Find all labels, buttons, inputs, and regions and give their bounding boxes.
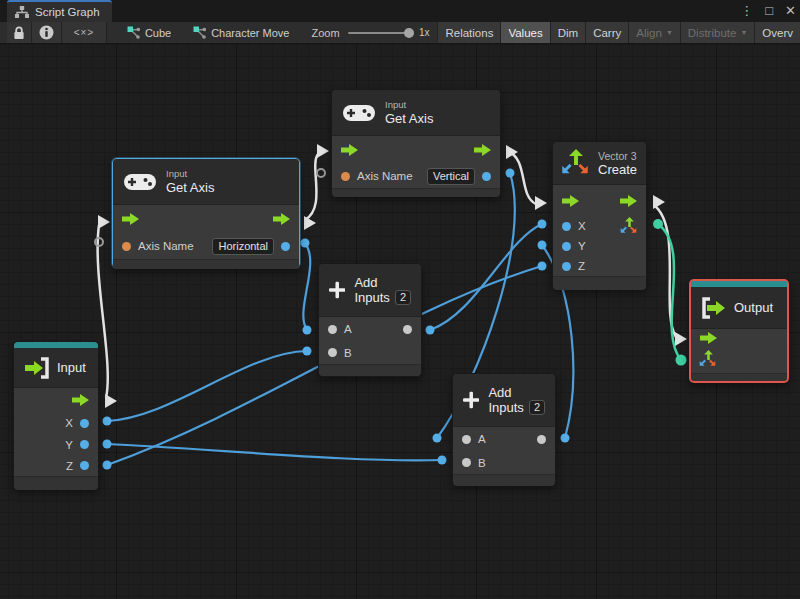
node-get-axis-horizontal[interactable]: Input Get Axis Axis Name Horizontal	[112, 158, 300, 268]
breadcrumb-label: Cube	[145, 27, 171, 39]
graph-unit-icon	[127, 26, 140, 39]
port-label: B	[344, 347, 352, 359]
tab-script-graph[interactable]: Script Graph	[7, 0, 112, 22]
node-category: Input	[166, 168, 214, 180]
tab-bar: Script Graph ⋮ □ ✕	[0, 0, 800, 22]
chevron-down-icon: ▼	[666, 29, 673, 36]
breadcrumb-character-move[interactable]: Character Move	[193, 26, 289, 39]
input-a-port[interactable]	[462, 435, 471, 444]
port-label: Axis Name	[357, 170, 413, 182]
inspect-button[interactable]	[32, 22, 62, 44]
vector3-in-port[interactable]	[700, 351, 716, 367]
graph-icon	[15, 6, 29, 18]
node-title: Create	[598, 162, 637, 177]
window-controls: ⋮ □ ✕	[740, 0, 796, 22]
port-label: Z	[66, 460, 73, 472]
port-label: X	[65, 417, 73, 429]
value-out-port[interactable]	[281, 242, 290, 251]
wire-add1-to-vector3-x[interactable]	[430, 224, 542, 330]
info-icon	[39, 25, 54, 40]
axis-name-field[interactable]: Horizontal	[212, 238, 274, 255]
node-category: Input	[385, 99, 433, 111]
control-in-port[interactable]	[122, 213, 139, 225]
gamepad-icon	[123, 172, 157, 192]
zoom-label: Zoom	[311, 27, 339, 39]
port-label: A	[344, 323, 352, 335]
inputs-label: Inputs	[488, 400, 523, 415]
input-icon	[24, 357, 50, 379]
graph-canvas[interactable]: Input Get Axis Axis Name Vertical	[0, 44, 800, 599]
y-port[interactable]	[562, 242, 571, 251]
x-out-port[interactable]	[80, 419, 89, 428]
plus-icon	[463, 388, 479, 412]
distribute-dropdown[interactable]: Distribute▼	[680, 22, 755, 44]
z-out-port[interactable]	[80, 461, 89, 470]
node-graph-output[interactable]: Output	[689, 279, 789, 383]
code-icon: <×>	[74, 27, 95, 38]
control-in-port[interactable]	[562, 195, 579, 207]
wire-inputx-to-add1-b[interactable]	[107, 351, 307, 421]
control-out-port[interactable]	[273, 213, 290, 225]
input-a-port[interactable]	[328, 325, 337, 334]
node-title: Get Axis	[385, 111, 433, 126]
zoom-slider[interactable]	[348, 32, 409, 34]
gamepad-icon	[342, 103, 376, 123]
value-out-port[interactable]	[482, 172, 491, 181]
sum-out-port[interactable]	[403, 325, 412, 334]
node-add-2[interactable]: Add Inputs 2 A B	[452, 373, 556, 485]
y-out-port[interactable]	[80, 440, 89, 449]
empty-port-ring[interactable]	[94, 237, 104, 247]
port-label: Axis Name	[138, 240, 194, 252]
relations-button[interactable]: Relations	[437, 22, 500, 44]
vector3-out-port[interactable]	[621, 218, 637, 234]
axis-name-field[interactable]: Vertical	[427, 168, 475, 185]
node-vector3-create[interactable]: Vector 3 Create X Y	[552, 141, 647, 289]
control-in-port[interactable]	[700, 332, 717, 344]
node-category: Vector 3	[598, 150, 637, 162]
menu-icon[interactable]: ⋮	[740, 0, 753, 22]
z-port[interactable]	[562, 262, 571, 271]
string-port[interactable]	[341, 172, 350, 181]
wire-control-horizontal-to-vertical[interactable]	[305, 154, 318, 220]
port-label: Y	[578, 240, 586, 252]
close-icon[interactable]: ✕	[785, 0, 796, 22]
string-port[interactable]	[122, 242, 131, 251]
maximize-icon[interactable]: □	[765, 0, 773, 22]
lock-icon	[13, 26, 25, 40]
control-out-port[interactable]	[620, 195, 637, 207]
code-preview-button[interactable]: <×>	[62, 22, 107, 44]
wire-horizontal-to-add1-a[interactable]	[303, 243, 310, 330]
control-in-port[interactable]	[341, 144, 358, 156]
input-b-port[interactable]	[462, 458, 471, 467]
node-get-axis-vertical[interactable]: Input Get Axis Axis Name Vertical	[331, 89, 501, 196]
control-out-port[interactable]	[474, 144, 491, 156]
wire-control-input-to-horizontal[interactable]	[98, 225, 108, 398]
overview-button[interactable]: Overv	[754, 22, 800, 44]
empty-port-ring[interactable]	[316, 168, 326, 178]
inputs-count-field[interactable]: 2	[529, 400, 545, 415]
lock-button[interactable]	[7, 22, 32, 44]
vector3-icon	[563, 150, 589, 176]
node-title: Add	[488, 385, 545, 400]
values-button[interactable]: Values	[500, 22, 549, 44]
output-icon	[701, 297, 727, 319]
wire-inputy-to-add2-b[interactable]	[107, 444, 442, 460]
dim-button[interactable]: Dim	[550, 22, 585, 44]
node-graph-input[interactable]: Input X Y Z	[13, 341, 99, 489]
node-add-1[interactable]: Add Inputs 2 A B	[318, 263, 422, 377]
zoom-value: 1x	[419, 27, 430, 38]
align-dropdown[interactable]: Align▼	[628, 22, 680, 44]
breadcrumb-cube[interactable]: Cube	[127, 26, 171, 39]
x-port[interactable]	[562, 222, 571, 231]
script-graph-window: Script Graph ⋮ □ ✕ <×>	[0, 0, 800, 599]
input-b-port[interactable]	[328, 348, 337, 357]
carry-button[interactable]: Carry	[585, 22, 628, 44]
graph-toolbar: <×> Cube Character Move Zoom	[0, 22, 800, 44]
control-out-port[interactable]	[72, 394, 89, 406]
zoom-slider-handle[interactable]	[404, 28, 414, 38]
plus-icon	[329, 278, 345, 302]
port-label: A	[478, 433, 486, 445]
sum-out-port[interactable]	[537, 435, 546, 444]
inputs-count-field[interactable]: 2	[395, 290, 411, 305]
tab-title: Script Graph	[35, 6, 100, 18]
